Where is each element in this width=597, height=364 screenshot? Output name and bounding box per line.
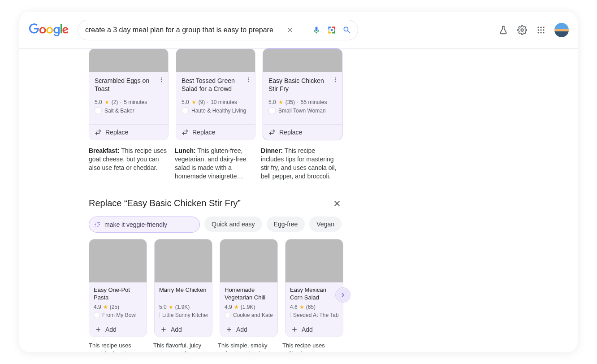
review-count: (1.9K) [241, 304, 255, 310]
labs-icon[interactable] [498, 25, 509, 35]
lens-icon[interactable] [327, 26, 336, 35]
add-label: Add [171, 326, 182, 333]
star-icon: ★ [104, 99, 109, 105]
chip-label: make it veggie-friendly [104, 221, 167, 228]
recipe-title: Easy Mexican Corn Salad [290, 286, 338, 301]
plus-icon [291, 326, 298, 333]
review-count: (9) [199, 99, 205, 105]
star-icon: ★ [169, 304, 173, 310]
close-icon[interactable] [333, 199, 342, 208]
recipe-image [220, 239, 277, 282]
recipe-source: Haute & Healthy Living [191, 108, 246, 114]
svg-point-25 [335, 78, 336, 78]
avatar[interactable] [554, 23, 569, 37]
meal-plan-card[interactable]: Scrambled Eggs on Toast5.0★(2)·5 minutes… [89, 48, 169, 140]
svg-point-17 [540, 32, 541, 33]
rating-value: 4.6 [290, 304, 298, 310]
header [19, 12, 578, 49]
recipe-image [155, 239, 212, 282]
source-favicon [95, 107, 102, 114]
suggestion-card[interactable]: Easy One-Pot Pasta4.9★(25)From My BowlAd… [89, 239, 147, 337]
svg-point-14 [540, 29, 541, 30]
plus-icon [95, 326, 102, 333]
svg-point-21 [161, 81, 162, 82]
chip-label: Quick and easy [212, 221, 255, 228]
google-logo[interactable] [28, 23, 69, 37]
source-favicon [182, 107, 189, 114]
svg-point-26 [335, 79, 336, 80]
recipe-image [89, 49, 168, 72]
replace-label: Replace [279, 129, 302, 136]
recipe-source: Small Town Woman [278, 108, 326, 114]
svg-point-15 [543, 29, 544, 30]
search-input[interactable] [84, 26, 279, 35]
svg-point-22 [248, 78, 249, 78]
chip-filter[interactable]: Vegan [309, 217, 342, 232]
cook-time: 5 minutes [124, 99, 147, 105]
replace-button[interactable]: Replace [89, 124, 168, 140]
review-count: (1.9K) [175, 304, 190, 310]
rating-value: 4.9 [225, 304, 232, 310]
svg-point-24 [248, 81, 249, 82]
recipe-source: Seeded At The Table [293, 312, 338, 318]
review-count: (2) [112, 99, 118, 105]
add-label: Add [302, 326, 313, 333]
recipe-title: Homemade Vegetarian Chili [225, 286, 273, 301]
svg-point-10 [538, 27, 539, 28]
svg-rect-7 [334, 30, 335, 34]
svg-point-19 [161, 78, 162, 78]
search-box[interactable] [78, 20, 358, 40]
clear-icon[interactable] [286, 26, 294, 35]
add-label: Add [236, 326, 247, 333]
suggestion-description: This simple, smoky recipe uses basic ing… [218, 342, 275, 352]
suggestion-card[interactable]: Homemade Vegetarian Chili4.9★(1.9K)Cooki… [220, 239, 278, 337]
voice-search-icon[interactable] [312, 26, 321, 35]
add-button[interactable]: Add [286, 322, 343, 337]
star-icon: ★ [299, 304, 304, 310]
replace-icon [95, 129, 102, 136]
recipe-image [286, 239, 343, 282]
meal-plan-card[interactable]: Best Tossed Green Salad for a Crowd5.0★(… [176, 48, 255, 140]
add-button[interactable]: Add [89, 322, 147, 337]
carousel-next-button[interactable] [335, 287, 350, 303]
apps-icon[interactable] [536, 25, 546, 35]
divider [89, 189, 342, 189]
add-label: Add [105, 326, 117, 333]
meal-plan-card[interactable]: Easy Basic Chicken Stir Fry5.0★(35)·55 m… [263, 48, 342, 140]
svg-point-28 [99, 222, 100, 223]
chip-label: Egg-free [274, 221, 298, 228]
add-button[interactable]: Add [220, 322, 277, 337]
recipe-title: Easy Basic Chicken Stir Fry [268, 77, 337, 93]
review-count: (35) [286, 99, 295, 105]
svg-point-8 [331, 29, 333, 31]
chip-filter[interactable]: Quick and easy [204, 217, 262, 232]
replace-section-title: Replace “Easy Basic Chicken Stir Fry” [89, 198, 241, 208]
chip-label: Vegan [316, 221, 334, 228]
cook-time: 10 minutes [211, 99, 237, 105]
recipe-source: Cookie and Kate [233, 312, 273, 318]
chip-custom-refine[interactable]: make it veggie-friendly [89, 217, 200, 233]
svg-point-16 [538, 32, 539, 33]
search-icon[interactable] [342, 26, 351, 35]
replace-button[interactable]: Replace [263, 124, 342, 140]
suggestion-description: This flavorful, juicy recipe uses heavy … [153, 342, 211, 352]
more-icon[interactable] [332, 77, 338, 83]
settings-icon[interactable] [517, 25, 528, 35]
suggestion-card[interactable]: Easy Mexican Corn Salad4.6★(65)Seeded At… [285, 239, 343, 337]
more-icon[interactable] [245, 77, 251, 83]
add-button[interactable]: Add [155, 322, 212, 337]
rating-value: 4.9 [94, 304, 101, 310]
recipe-title: Best Tossed Green Salad for a Crowd [182, 77, 250, 93]
replace-button[interactable]: Replace [176, 124, 255, 140]
star-icon: ★ [234, 304, 239, 310]
plus-icon [225, 326, 233, 333]
chip-filter[interactable]: Egg-free [267, 217, 305, 232]
more-icon[interactable] [158, 77, 164, 83]
rating-value: 5.0 [95, 99, 102, 105]
source-favicon [290, 312, 291, 318]
star-icon: ★ [278, 99, 283, 105]
recipe-image [89, 239, 147, 282]
suggestion-description: This recipe uses uncooked pasta, vegetab… [89, 342, 146, 352]
cook-time: 55 minutes [301, 99, 327, 105]
suggestion-card[interactable]: Marry Me Chicken5.0★(1.9K)Little Sunny K… [154, 239, 212, 337]
